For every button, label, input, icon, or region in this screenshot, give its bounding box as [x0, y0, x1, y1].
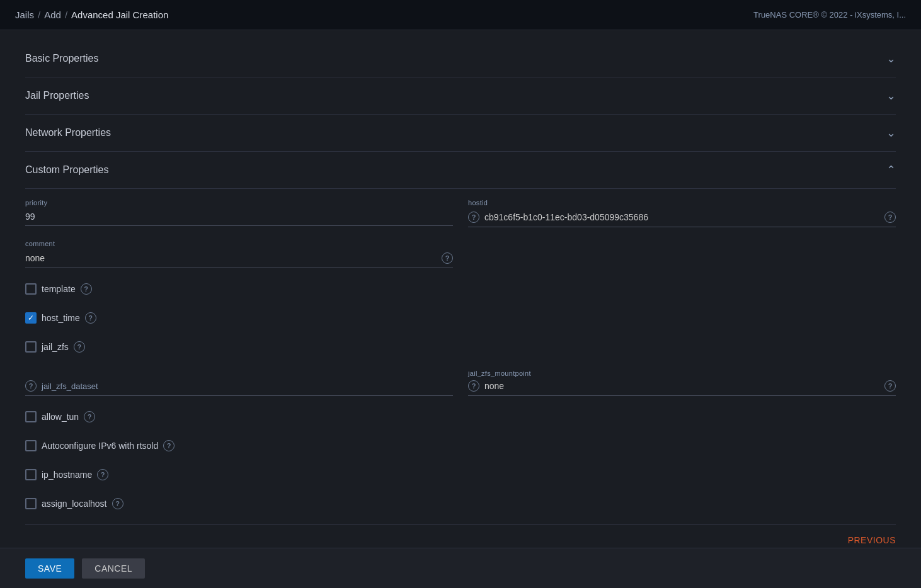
section-custom-properties[interactable]: Custom Properties ⌃	[25, 152, 896, 189]
autoconfigure-ipv6-help-icon[interactable]: ?	[163, 440, 174, 451]
host-time-checkbox-row: ✓ host_time ?	[25, 310, 896, 326]
allow-tun-label: allow_tun	[42, 412, 79, 422]
host-time-check-mark: ✓	[28, 314, 34, 322]
top-right-text: TrueNAS CORE® © 2022 - iXsystems, I...	[753, 10, 906, 20]
jail-zfs-mountpoint-value[interactable]: none	[484, 381, 884, 391]
jail-zfs-dataset-field: ? jail_zfs_dataset	[25, 378, 453, 396]
breadcrumb-jails[interactable]: Jails	[15, 9, 34, 20]
assign-localhost-checkbox[interactable]	[25, 498, 37, 509]
ip-hostname-checkbox-row: ip_hostname ?	[25, 466, 896, 483]
comment-help-icon[interactable]: ?	[442, 252, 453, 264]
jail-zfs-label: jail_zfs	[42, 342, 69, 352]
jail-zfs-help-icon[interactable]: ?	[74, 341, 85, 353]
autoconfigure-ipv6-label: Autoconfigure IPv6 with rtsold	[42, 441, 158, 451]
cancel-button[interactable]: CANCEL	[82, 558, 145, 579]
section-network-properties-title: Network Properties	[25, 127, 111, 139]
assign-localhost-label: assign_localhost	[42, 499, 107, 509]
allow-tun-checkbox-row: allow_tun ?	[25, 409, 896, 425]
ip-hostname-checkbox[interactable]	[25, 469, 37, 480]
jail-zfs-dataset-value-row: ? jail_zfs_dataset	[25, 378, 453, 396]
comment-label: comment	[25, 240, 453, 247]
priority-field: priority 99	[25, 199, 453, 227]
ip-hostname-label: ip_hostname	[42, 470, 92, 480]
priority-value[interactable]: 99	[25, 212, 35, 222]
jail-zfs-dataset-label[interactable]: jail_zfs_dataset	[42, 382, 98, 391]
priority-hostid-row: priority 99 hostid ? cb91c6f5-b1c0-11ec-…	[25, 199, 896, 227]
jail-zfs-mountpoint-help-icon-right[interactable]: ?	[884, 380, 896, 392]
allow-tun-help-icon[interactable]: ?	[84, 411, 95, 422]
main-content: Basic Properties ⌄ Jail Properties ⌄ Net…	[0, 30, 921, 588]
footer-bar: SAVE CANCEL	[0, 548, 921, 588]
template-checkbox[interactable]	[25, 283, 37, 295]
jail-zfs-checkbox[interactable]	[25, 341, 37, 353]
save-button[interactable]: SAVE	[25, 558, 74, 579]
comment-value[interactable]: none	[25, 253, 437, 263]
priority-label: priority	[25, 199, 453, 206]
hostid-label: hostid	[468, 199, 896, 206]
host-time-label: host_time	[42, 313, 80, 323]
jail-zfs-checkbox-row: jail_zfs ?	[25, 339, 896, 355]
comment-value-row: none ?	[25, 250, 453, 268]
hostid-help-icon[interactable]: ?	[468, 212, 479, 223]
template-label: template	[42, 284, 76, 294]
autoconfigure-ipv6-checkbox-row: Autoconfigure IPv6 with rtsold ?	[25, 438, 896, 454]
host-time-help-icon[interactable]: ?	[85, 312, 96, 324]
hostid-help-icon-right[interactable]: ?	[884, 212, 896, 223]
jail-zfs-mountpoint-label-text: jail_zfs_mountpoint	[468, 370, 531, 377]
previous-button[interactable]: PREVIOUS	[848, 535, 896, 545]
allow-tun-checkbox[interactable]	[25, 411, 37, 422]
chevron-custom-icon: ⌃	[886, 163, 896, 177]
ip-hostname-help-icon[interactable]: ?	[97, 469, 108, 480]
priority-value-row: 99	[25, 209, 453, 226]
breadcrumb-sep1: /	[38, 9, 40, 20]
bottom-actions: PREVIOUS	[25, 524, 896, 550]
chevron-basic-icon: ⌄	[886, 52, 896, 65]
assign-localhost-help-icon[interactable]: ?	[112, 498, 123, 509]
section-basic-properties-title: Basic Properties	[25, 53, 99, 64]
hostid-value[interactable]: cb91c6f5-b1c0-11ec-bd03-d05099c35686	[484, 212, 879, 222]
breadcrumb: Jails / Add / Advanced Jail Creation	[15, 9, 168, 20]
custom-properties-content: priority 99 hostid ? cb91c6f5-b1c0-11ec-…	[25, 189, 896, 565]
breadcrumb-current: Advanced Jail Creation	[71, 9, 168, 20]
hostid-field: hostid ? cb91c6f5-b1c0-11ec-bd03-d05099c…	[468, 199, 896, 227]
section-basic-properties[interactable]: Basic Properties ⌄	[25, 40, 896, 77]
comment-field: comment none ?	[25, 240, 453, 268]
section-custom-properties-title: Custom Properties	[25, 164, 109, 176]
chevron-network-icon: ⌄	[886, 126, 896, 140]
chevron-jail-icon: ⌄	[886, 89, 896, 103]
hostid-value-row: ? cb91c6f5-b1c0-11ec-bd03-d05099c35686 ?	[468, 209, 896, 227]
jail-zfs-dataset-help-icon[interactable]: ?	[25, 380, 37, 392]
template-help-icon[interactable]: ?	[81, 283, 92, 295]
autoconfigure-ipv6-checkbox[interactable]	[25, 440, 37, 451]
jail-zfs-mountpoint-value-row: ? none ?	[468, 378, 896, 396]
host-time-checkbox[interactable]: ✓	[25, 312, 37, 324]
section-network-properties[interactable]: Network Properties ⌄	[25, 115, 896, 152]
section-jail-properties-title: Jail Properties	[25, 90, 89, 101]
template-checkbox-row: template ?	[25, 281, 896, 297]
assign-localhost-checkbox-row: assign_localhost ?	[25, 495, 896, 512]
jail-zfs-mountpoint-help-icon[interactable]: ?	[468, 380, 479, 392]
comment-row: comment none ?	[25, 240, 896, 268]
dataset-mountpoint-row: ? jail_zfs_dataset jail_zfs_mountpoint ?…	[25, 368, 896, 396]
jail-zfs-mountpoint-field: jail_zfs_mountpoint ? none ?	[468, 368, 896, 396]
breadcrumb-sep2: /	[65, 9, 67, 20]
section-jail-properties[interactable]: Jail Properties ⌄	[25, 77, 896, 115]
breadcrumb-add[interactable]: Add	[44, 9, 61, 20]
top-bar: Jails / Add / Advanced Jail Creation Tru…	[0, 0, 921, 30]
